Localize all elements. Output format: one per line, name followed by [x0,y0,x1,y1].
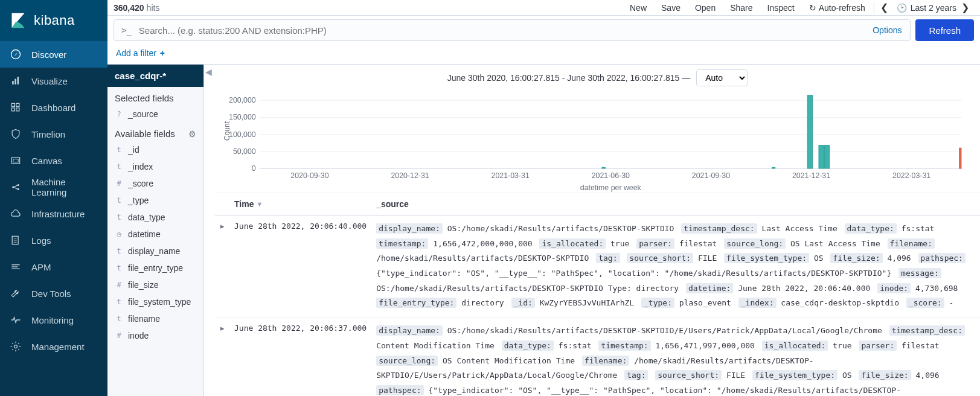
row-source: display_name: OS:/home/skadi/Results/art… [371,216,980,318]
field-key: display_name: [376,325,443,336]
hit-count-label: hits [147,3,160,13]
expand-row-button[interactable]: ▸ [215,216,229,318]
svg-rect-43 [807,95,812,168]
field-type-icon: # [115,331,123,340]
nav-item-dev-tools[interactable]: Dev Tools [0,280,107,307]
field-key: timestamp_desc: [681,223,757,234]
svg-rect-7 [16,108,19,111]
field-key: timestamp: [376,238,428,249]
logo[interactable]: kibana [0,0,107,41]
field-key: timestamp: [598,340,650,351]
field-inode[interactable]: #inode [107,327,203,344]
field-key: _type: [641,298,674,308]
nav-item-machine-learning[interactable]: Machine Learning [0,174,107,200]
field-value: true [833,341,851,350]
field-value: plaso_event [679,298,731,307]
field-_score[interactable]: #_score [107,175,203,192]
field-value: 4,096 [888,254,911,263]
svg-rect-46 [959,148,961,168]
field-file_system_type[interactable]: tfile_system_type [107,293,203,310]
nav-item-infrastructure[interactable]: Infrastructure [0,200,107,227]
nav-item-apm[interactable]: APM [0,254,107,280]
histogram-chart[interactable]: 050,000100,000150,000200,000Count2020-09… [215,90,980,193]
prompt-icon: >_ [114,25,139,35]
logs-icon [10,234,22,246]
field-file_entry_type[interactable]: tfile_entry_type [107,260,203,276]
apm-icon [10,261,22,273]
inspect-link[interactable]: Inspect [767,3,795,13]
field-data_type[interactable]: tdata_type [107,209,203,226]
field-value: OS [814,254,824,263]
field-value: 1,656,471,997,000,000 [656,341,755,350]
field-type-icon: t [115,162,123,171]
gear-icon[interactable]: ⚙ [188,129,196,139]
nav-item-timelion[interactable]: Timelion [0,121,107,147]
collapse-sidebar-button[interactable]: ◀ [204,65,213,396]
share-link[interactable]: Share [730,3,752,13]
grid-icon [10,101,22,113]
svg-rect-44 [819,145,824,168]
selected-fields-header: Selected fields [107,87,203,106]
refresh-button[interactable]: Refresh [915,19,974,41]
field-_source[interactable]: ?_source [107,106,203,123]
field-display_name[interactable]: tdisplay_name [107,243,203,260]
field-value: fs:stat [559,341,592,350]
results-pane: June 30th 2020, 16:00:27.815 - June 30th… [213,65,980,396]
search-input[interactable] [139,25,864,36]
field-key: source_long: [376,356,438,366]
plus-icon: + [160,48,165,58]
interval-select[interactable]: Auto [696,69,748,86]
field-key: inode: [877,283,911,293]
svg-text:0: 0 [252,164,256,173]
field-datetime[interactable]: ◷datetime [107,226,203,243]
nav-item-visualize[interactable]: Visualize [0,68,107,94]
svg-text:2021-09-30: 2021-09-30 [692,171,730,180]
field-value: case_cdqr-desktop-skptdio [781,298,899,307]
time-next-button[interactable]: ❯ [956,2,974,13]
search-options-link[interactable]: Options [864,25,910,35]
field-value: {"type_indicator": "OS", "__type__": "Pa… [376,386,901,396]
brand-text: kibana [34,13,75,28]
nav-item-monitoring[interactable]: Monitoring [0,307,107,333]
field-_type[interactable]: t_type [107,192,203,209]
field-value: OS:/home/skadi/Results/artifacts/DESKTOP… [376,284,679,293]
new-link[interactable]: New [630,3,647,13]
field-key: file_size: [859,370,911,380]
expand-row-button[interactable]: ▸ [215,318,229,396]
field-sidebar: case_cdqr-* Selected fields ?_source Ava… [107,65,204,396]
field-file_size[interactable]: #file_size [107,276,203,293]
search-box[interactable]: >_ Options [114,19,911,41]
add-filter-button[interactable]: Add a filter + [116,48,165,58]
nav-item-discover[interactable]: Discover [0,41,107,68]
field-key: is_allocated: [539,238,606,249]
time-prev-button[interactable]: ❮ [876,2,893,13]
time-column-header[interactable]: Time ▼ [229,193,371,216]
field-type-icon: # [115,281,123,289]
nav-item-canvas[interactable]: Canvas [0,147,107,174]
field-key: _id: [511,298,535,308]
svg-rect-1 [12,81,14,85]
svg-rect-5 [16,103,19,106]
auto-refresh-toggle[interactable]: ↻ Auto-refresh [809,3,865,13]
row-time: June 28th 2022, 20:06:40.000 [229,216,371,318]
index-pattern-selector[interactable]: case_cdqr-* [107,65,203,87]
svg-rect-4 [11,103,14,106]
kibana-logo-icon [10,12,27,29]
field-key: filename: [888,238,935,249]
svg-rect-41 [602,167,605,168]
time-range-picker[interactable]: 🕑 Last 2 years [897,3,956,13]
field-value: true [610,239,629,248]
side-nav: kibana DiscoverVisualizeDashboardTimelio… [0,0,107,396]
field-filename[interactable]: tfilename [107,310,203,327]
source-column-header[interactable]: _source [371,193,980,216]
field-key: timestamp_desc: [889,325,965,336]
nav-item-management[interactable]: Management [0,333,107,360]
save-link[interactable]: Save [661,3,681,13]
field-type-icon: t [115,298,123,306]
field-value: 4,730,698 [915,284,958,293]
field-_index[interactable]: t_index [107,158,203,175]
nav-item-logs[interactable]: Logs [0,227,107,254]
nav-item-dashboard[interactable]: Dashboard [0,94,107,121]
field-_id[interactable]: t_id [107,141,203,158]
open-link[interactable]: Open [695,3,716,13]
